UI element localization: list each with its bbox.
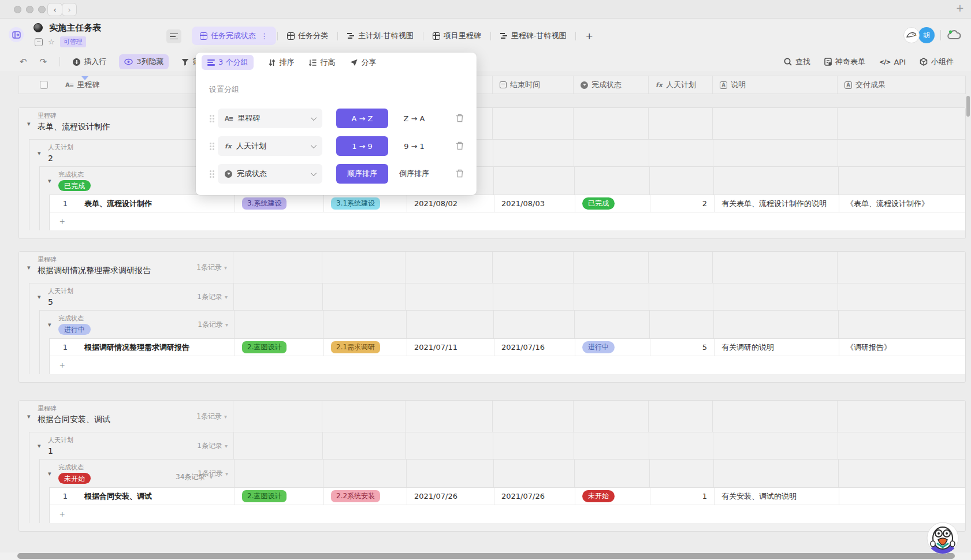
- undo-button[interactable]: ↶: [20, 57, 27, 67]
- record-count[interactable]: 1条记录▾: [170, 441, 228, 451]
- cell-note[interactable]: 有关调研的说明: [714, 339, 839, 356]
- vertical-scrollbar[interactable]: [966, 96, 970, 117]
- tab-master-gantt[interactable]: 主计划-甘特视图: [339, 27, 422, 45]
- collaborator-avatar[interactable]: [903, 27, 920, 43]
- ascending-option[interactable]: 顺序排序: [336, 164, 388, 184]
- group-field-select[interactable]: 完成状态: [218, 164, 322, 184]
- descending-option[interactable]: 倒序排序: [388, 164, 440, 184]
- add-record-row[interactable]: ＋: [50, 505, 965, 523]
- cell-tag2[interactable]: 3.1系统建设: [323, 195, 407, 212]
- cell-status[interactable]: 进行中: [575, 339, 650, 356]
- ascending-option[interactable]: A → Z: [336, 109, 388, 128]
- add-record-row[interactable]: ＋: [50, 356, 965, 374]
- tab-project-milestone[interactable]: 项目里程碑: [425, 27, 489, 45]
- collapse-icon[interactable]: ▾: [48, 321, 51, 328]
- api-button[interactable]: </> API: [879, 58, 906, 66]
- delete-rule-button[interactable]: [456, 141, 464, 150]
- group-header-level1[interactable]: ▾ 里程碑 根据调研情况整理需求调研报告 1条记录▾: [19, 252, 965, 283]
- cell-start-date[interactable]: 2021/07/11: [407, 339, 494, 356]
- group-header-level1[interactable]: ▾ 里程碑 表单、流程设计制作: [19, 108, 965, 139]
- cell-tag1[interactable]: 2.蓝图设计: [235, 488, 323, 505]
- close-window-button[interactable]: [14, 6, 21, 13]
- group-field-select[interactable]: fx 人天计划: [218, 136, 322, 156]
- cell-end-date[interactable]: 2021/08/03: [494, 195, 575, 212]
- cell-start-date[interactable]: 2021/08/02: [407, 195, 494, 212]
- record-count[interactable]: 1条记录▾: [169, 263, 227, 272]
- column-header-deliverable[interactable]: A 交付成果: [837, 76, 966, 94]
- cell-status[interactable]: 已完成: [575, 195, 650, 212]
- cell-end-date[interactable]: 2021/07/26: [494, 488, 575, 505]
- group-header-level2[interactable]: ▾ 人天计划 5 1条记录▾: [29, 283, 965, 310]
- record-count[interactable]: 1条记录▾: [170, 320, 228, 330]
- find-button[interactable]: 查找: [784, 57, 810, 67]
- cell-deliverable[interactable]: 《表单、流程设计制作》: [839, 195, 968, 212]
- group-button[interactable]: 3 个分组: [202, 55, 254, 70]
- record-count[interactable]: 1条记录▾: [169, 412, 227, 421]
- collapse-icon[interactable]: ▾: [27, 413, 31, 420]
- drag-handle-icon[interactable]: [210, 115, 211, 117]
- insert-row-button[interactable]: 插入行: [73, 57, 106, 67]
- sort-button[interactable]: 排序: [269, 57, 294, 68]
- drag-handle-icon[interactable]: [210, 170, 211, 172]
- cell-tag2[interactable]: 2.1需求调研: [323, 339, 407, 356]
- add-record-row[interactable]: ＋: [50, 212, 965, 230]
- group-header-level1[interactable]: ▾ 里程碑 根据合同安装、调试 1条记录▾: [19, 401, 965, 432]
- hidden-columns-button[interactable]: 3列隐藏: [119, 54, 169, 69]
- collapse-icon[interactable]: ▾: [27, 120, 31, 128]
- table-row[interactable]: 1 根据合同安装、调试 2.蓝图设计 2.2系统安装 2021/07/26 20…: [50, 488, 965, 505]
- column-header-note[interactable]: A 说明: [712, 76, 837, 94]
- cell-deliverable[interactable]: 《调研报告》: [839, 339, 968, 356]
- table-row[interactable]: 1 根据调研情况整理需求调研报告 2.蓝图设计 2.1需求调研 2021/07/…: [50, 339, 965, 356]
- cell-milestone[interactable]: 根据调研情况整理需求调研报告: [84, 339, 189, 356]
- cell-milestone[interactable]: 根据合同安装、调试: [84, 488, 152, 505]
- widgets-button[interactable]: 小组件: [920, 57, 954, 67]
- horizontal-scrollbar[interactable]: [17, 553, 955, 559]
- cell-note[interactable]: 有关表单、流程设计制作的说明: [714, 195, 839, 212]
- descending-option[interactable]: 9 → 1: [388, 136, 440, 156]
- group-header-level3[interactable]: ▾ 完成状态 进行中 1条记录▾: [40, 311, 965, 338]
- collapse-icon[interactable]: ▾: [38, 293, 41, 301]
- cell-days[interactable]: 1: [650, 488, 714, 505]
- cell-tag2[interactable]: 2.2系统安装: [323, 488, 407, 505]
- drag-handle-icon[interactable]: [210, 143, 211, 144]
- add-view-button[interactable]: +: [577, 31, 601, 42]
- delete-rule-button[interactable]: [456, 114, 464, 122]
- column-header-status[interactable]: 完成状态: [573, 76, 648, 94]
- tab-menu-icon[interactable]: ⋮: [261, 32, 268, 40]
- forward-button[interactable]: ›: [62, 3, 77, 16]
- tab-task-category[interactable]: 任务分类: [279, 27, 336, 45]
- cell-note[interactable]: 有关安装、调试的说明: [714, 488, 839, 505]
- cell-tag1[interactable]: 3.系统建设: [235, 195, 323, 212]
- select-all-checkbox[interactable]: [40, 81, 48, 89]
- collapse-icon[interactable]: ▾: [38, 442, 41, 450]
- group-field-select[interactable]: A≡ 里程碑: [218, 109, 322, 128]
- cell-days[interactable]: 5: [650, 339, 714, 356]
- minimize-window-button[interactable]: [26, 6, 34, 13]
- descending-option[interactable]: Z → A: [388, 109, 440, 128]
- delete-rule-button[interactable]: [456, 169, 464, 178]
- group-header-level2[interactable]: ▾ 人天计划 2: [29, 140, 965, 166]
- collapse-icon[interactable]: ▾: [48, 470, 51, 477]
- share-button[interactable]: 分享: [350, 57, 376, 68]
- tab-task-status[interactable]: 任务完成状态 ⋮: [192, 27, 276, 45]
- column-header-end[interactable]: 结束时间: [492, 76, 573, 94]
- cell-start-date[interactable]: 2021/07/26: [407, 488, 494, 505]
- group-header-level2[interactable]: ▾ 人天计划 1 1条记录▾: [29, 432, 965, 459]
- cell-deliverable[interactable]: [839, 488, 968, 505]
- cell-end-date[interactable]: 2021/07/16: [494, 339, 575, 356]
- cell-days[interactable]: 2: [650, 195, 714, 212]
- tab-milestone-gantt[interactable]: 里程碑-甘特视图: [492, 27, 575, 45]
- cell-status[interactable]: 未开始: [575, 488, 650, 505]
- collapse-icon[interactable]: ▾: [38, 150, 41, 157]
- collapse-icon[interactable]: ▾: [48, 177, 51, 185]
- new-tab-button[interactable]: +: [956, 2, 964, 14]
- total-record-count[interactable]: 34条记录 ▾: [176, 472, 213, 482]
- column-header-days[interactable]: fx 人天计划: [648, 76, 712, 94]
- favorite-star-icon[interactable]: ☆: [48, 38, 55, 46]
- sidebar-toggle-button[interactable]: [9, 27, 24, 42]
- collapse-icon[interactable]: ▾: [27, 264, 31, 271]
- user-avatar[interactable]: 胡: [918, 27, 935, 43]
- redo-button[interactable]: ↷: [40, 57, 47, 67]
- row-height-button[interactable]: 行高: [309, 57, 335, 68]
- cell-tag1[interactable]: 2.蓝图设计: [235, 339, 323, 356]
